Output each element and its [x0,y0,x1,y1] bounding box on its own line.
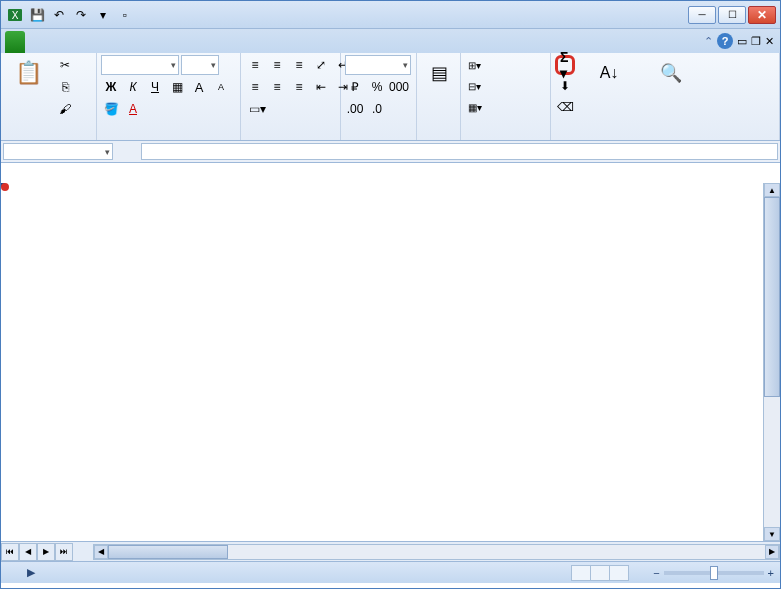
window-controls: ─ ☐ ✕ [688,6,776,24]
align-right-icon[interactable]: ≡ [289,77,309,97]
group-label [5,138,92,140]
group-label [101,138,236,140]
delete-cells-button[interactable]: ⊟ ▾ [465,76,484,96]
orientation-icon[interactable]: ⤢ [311,55,331,75]
scrollbar-thumb[interactable] [108,545,228,559]
align-mid-icon[interactable]: ≡ [267,55,287,75]
macro-icon[interactable]: ▶ [27,566,35,579]
qat-btn[interactable]: ▾ [93,5,113,25]
sheet-area: ▲ ▼ [1,163,780,541]
align-left-icon[interactable]: ≡ [245,77,265,97]
tab-nav-prev[interactable]: ◀ [19,543,37,561]
merge-button[interactable]: ▭▾ [245,99,270,119]
vertical-scrollbar[interactable]: ▲ ▼ [763,183,780,541]
percent-icon[interactable]: % [367,77,387,97]
group-label [421,138,456,140]
font-size-combo[interactable] [181,55,219,75]
status-bar: ▶ − + [1,561,780,583]
fill-color-button[interactable]: 🪣 [101,99,121,119]
zoom-slider[interactable] [664,571,764,575]
clear-button[interactable]: ⌫ [555,97,575,117]
help-icon[interactable]: ? [717,33,733,49]
decrease-indent-icon[interactable]: ⇤ [311,77,331,97]
format-cells-button[interactable]: ▦ ▾ [465,97,485,117]
tab-nav-last[interactable]: ⏭ [55,543,73,561]
find-select-button[interactable]: 🔍 [643,55,699,91]
ribbon-tabs: ⌃ ? ▭ ❐ ✕ [1,29,780,53]
formula-input[interactable] [141,143,778,160]
fx-icon[interactable] [115,141,139,162]
currency-icon[interactable]: ₽ [345,77,365,97]
formula-bar [1,141,780,163]
sort-icon: A↓ [593,57,625,89]
autosum-button[interactable]: Σ ▾ [555,55,575,75]
find-icon: 🔍 [655,57,687,89]
tab-nav-first[interactable]: ⏮ [1,543,19,561]
group-label [465,138,546,140]
clipboard-icon: 📋 [12,57,44,89]
file-tab[interactable] [5,31,25,53]
styles-button[interactable]: ▤ [421,55,457,91]
font-color-button[interactable]: А [123,99,143,119]
doc-restore-icon[interactable]: ❐ [751,35,761,48]
maximize-button[interactable]: ☐ [718,6,746,24]
number-format-combo[interactable] [345,55,411,75]
font-name-combo[interactable] [101,55,179,75]
border-button[interactable]: ▦ [167,77,187,97]
qat: X 💾 ↶ ↷ ▾ ▫ [5,5,135,25]
insert-cells-button[interactable]: ⊞ ▾ [465,55,484,75]
save-icon[interactable]: 💾 [27,5,47,25]
group-label [245,138,336,140]
increase-decimal-icon[interactable]: .00 [345,99,365,119]
align-center-icon[interactable]: ≡ [267,77,287,97]
format-painter-icon[interactable]: 🖌 [55,99,75,119]
qat-btn[interactable]: ▫ [115,5,135,25]
decrease-font-icon[interactable]: A [211,77,231,97]
align-bot-icon[interactable]: ≡ [289,55,309,75]
group-label [345,138,412,140]
styles-icon: ▤ [423,57,455,89]
undo-icon[interactable]: ↶ [49,5,69,25]
sheet-tabs-bar: ⏮ ◀ ▶ ⏭ ◀ ▶ [1,541,780,561]
sort-filter-button[interactable]: A↓ [579,55,639,91]
zoom-out-icon[interactable]: − [653,567,659,579]
horizontal-scrollbar[interactable]: ◀ ▶ [93,544,780,560]
ribbon: 📋 ✂ ⎘ 🖌 Ж К Ч ▦ A A [1,53,780,141]
comma-icon[interactable]: 000 [389,77,409,97]
bold-button[interactable]: Ж [101,77,121,97]
underline-button[interactable]: Ч [145,77,165,97]
minimize-button[interactable]: ─ [688,6,716,24]
view-layout-icon[interactable] [590,565,610,581]
title-bar: X 💾 ↶ ↷ ▾ ▫ ─ ☐ ✕ [1,1,780,29]
ribbon-min-icon[interactable]: ⌃ [704,35,713,48]
group-label [555,138,775,140]
close-button[interactable]: ✕ [748,6,776,24]
paste-button[interactable]: 📋 [5,55,51,91]
redo-icon[interactable]: ↷ [71,5,91,25]
decrease-decimal-icon[interactable]: .0 [367,99,387,119]
doc-close-icon[interactable]: ✕ [765,35,774,48]
italic-button[interactable]: К [123,77,143,97]
copy-icon[interactable]: ⎘ [55,77,75,97]
scrollbar-thumb[interactable] [764,197,780,397]
view-normal-icon[interactable] [571,565,591,581]
fill-button[interactable]: ⬇ [555,76,575,96]
align-top-icon[interactable]: ≡ [245,55,265,75]
increase-font-icon[interactable]: A [189,77,209,97]
excel-icon[interactable]: X [5,5,25,25]
name-box[interactable] [3,143,113,160]
doc-min-icon[interactable]: ▭ [737,35,747,48]
svg-text:X: X [12,10,19,21]
zoom-in-icon[interactable]: + [768,567,774,579]
tab-nav-next[interactable]: ▶ [37,543,55,561]
cut-icon[interactable]: ✂ [55,55,75,75]
view-break-icon[interactable] [609,565,629,581]
